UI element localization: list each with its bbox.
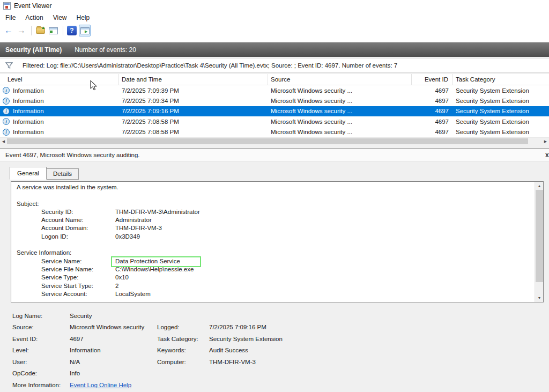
information-icon: i (3, 129, 10, 136)
detail-value: 4697 (70, 336, 157, 342)
table-row[interactable]: iInformation 7/2/2025 7:08:58 PM Microso… (0, 127, 549, 137)
field-value: THM-DFIR-VM-3 (115, 225, 162, 231)
event-description-box[interactable]: A service was installed in the system. S… (11, 181, 544, 302)
toolbar: ← → ▲ ? ▶ (0, 23, 92, 38)
menu-action[interactable]: Action (20, 13, 48, 23)
console-window-icon (49, 27, 58, 34)
event-log-online-help-link[interactable]: Event Log Online Help (70, 382, 157, 388)
horizontal-scroll-thumb[interactable] (7, 138, 528, 144)
detail-value: THM-DFIR-VM-3 (209, 359, 549, 365)
field-value: 0x10 (115, 274, 129, 280)
row-datetime: 7/2/2025 7:09:16 PM (119, 108, 268, 114)
detail-label: Log Name: (12, 313, 70, 319)
row-event-id: 4697 (412, 119, 452, 125)
vertical-scrollbar[interactable]: ▲ ▼ (535, 182, 543, 302)
column-header-task-category[interactable]: Task Category (452, 74, 549, 85)
table-row[interactable]: iInformation 7/2/2025 7:09:39 PM Microso… (0, 85, 549, 95)
close-icon[interactable]: x (545, 151, 549, 159)
field-label: Service Start Type: (41, 282, 115, 290)
toolbar-separator (31, 26, 32, 35)
detail-label: Level: (12, 347, 70, 353)
information-icon: i (3, 108, 10, 115)
information-icon: i (3, 87, 10, 94)
row-datetime: 7/2/2025 7:09:34 PM (119, 98, 268, 104)
event-detail-header: Event 4697, Microsoft Windows security a… (0, 148, 549, 162)
window-title: Event Viewer (14, 2, 51, 10)
column-header-source[interactable]: Source (268, 74, 412, 85)
event-list: iInformation 7/2/2025 7:09:39 PM Microso… (0, 85, 549, 137)
tab-general[interactable]: General (10, 167, 47, 180)
row-level: Information (13, 98, 44, 104)
information-icon: i (3, 98, 10, 105)
field-value: 2 (115, 283, 118, 289)
row-event-id: 4697 (412, 108, 452, 114)
row-level: Information (13, 108, 44, 114)
field-label: Service Name: (41, 257, 115, 265)
create-custom-view-button[interactable] (47, 25, 59, 36)
forward-button[interactable]: → (16, 25, 27, 36)
detail-row: Log Name: Security (12, 310, 549, 322)
scroll-up-icon[interactable]: ▲ (535, 182, 544, 190)
tab-details[interactable]: Details (46, 168, 79, 180)
field-label: Account Name: (41, 216, 115, 224)
description-intro: A service was installed in the system. (17, 183, 534, 191)
scroll-down-icon[interactable]: ▼ (535, 294, 544, 302)
table-row-selected[interactable]: iInformation 7/2/2025 7:09:16 PM Microso… (0, 106, 549, 116)
scroll-left-icon[interactable]: ◀ (0, 138, 7, 145)
field-label: Logon ID: (41, 233, 115, 241)
field-label: Service Account: (41, 290, 115, 298)
row-source: Microsoft Windows security ... (268, 108, 412, 114)
row-level: Information (13, 119, 44, 125)
field-value: LocalSystem (115, 291, 151, 297)
event-details-grid: Log Name: Security Source: Microsoft Win… (0, 308, 549, 392)
field-label: Service Type: (41, 273, 115, 282)
detail-value: Information (70, 347, 157, 353)
help-icon: ? (67, 26, 77, 35)
row-event-id: 4697 (412, 98, 452, 104)
row-source: Microsoft Windows security ... (268, 98, 412, 104)
detail-row: OpCode: Info (12, 368, 549, 380)
back-button[interactable]: ← (3, 25, 14, 36)
row-level: Information (13, 129, 44, 135)
table-row[interactable]: iInformation 7/2/2025 7:08:58 PM Microso… (0, 116, 549, 127)
vertical-scroll-thumb[interactable] (536, 190, 543, 282)
back-icon: ← (4, 26, 13, 35)
detail-label: OpCode: (12, 370, 70, 376)
service-information-heading: Service Information: (17, 249, 534, 257)
scroll-right-icon[interactable]: ▶ (542, 138, 549, 145)
horizontal-scrollbar[interactable]: ◀ ▶ (0, 137, 549, 144)
table-header: Level Date and Time Source Event ID Task… (0, 74, 549, 85)
row-datetime: 7/2/2025 7:09:39 PM (119, 87, 268, 94)
detail-label: Source: (12, 324, 70, 330)
help-button[interactable]: ? (66, 25, 78, 36)
field-label: Account Domain: (41, 224, 115, 232)
detail-value: 7/2/2025 7:09:16 PM (209, 324, 549, 330)
row-event-id: 4697 (412, 129, 452, 135)
menu-help[interactable]: Help (72, 13, 95, 23)
field-label: Service File Name: (41, 265, 115, 273)
field-label: Security ID: (41, 208, 115, 216)
top-chrome: Event Viewer File Action View Help ← → ▲… (0, 0, 549, 42)
information-icon: i (3, 118, 10, 125)
log-title: Security (All Time) (5, 46, 62, 54)
table-row[interactable]: iInformation 7/2/2025 7:09:34 PM Microso… (0, 95, 549, 106)
filter-summary: Filtered: Log: file://C:\Users\Administr… (23, 62, 397, 69)
detail-value: Security System Extension (209, 336, 549, 342)
column-header-event-id[interactable]: Event ID (412, 74, 452, 85)
row-source: Microsoft Windows security ... (268, 129, 412, 135)
row-task-category: Security System Extension (452, 98, 549, 104)
column-header-date[interactable]: Date and Time (119, 74, 268, 85)
field-value: 0x3D349 (115, 233, 140, 240)
detail-value: Security (70, 313, 157, 319)
detail-label: Event ID: (12, 336, 70, 342)
detail-row: Event ID: 4697 Task Category: Security S… (12, 333, 549, 345)
open-saved-log-button[interactable]: ▲ (34, 25, 46, 36)
field-value: C:\Windows\Help\nessie.exe (115, 266, 194, 272)
menu-file[interactable]: File (1, 13, 20, 23)
menu-bar: File Action View Help (1, 12, 94, 23)
action-pane-toggle-button[interactable]: ▶ (79, 25, 91, 36)
menu-view[interactable]: View (48, 13, 72, 23)
column-header-level[interactable]: Level (0, 74, 119, 85)
event-viewer-app-icon (3, 2, 11, 10)
results-pane-header: Security (All Time) Number of events: 20 (0, 42, 549, 57)
